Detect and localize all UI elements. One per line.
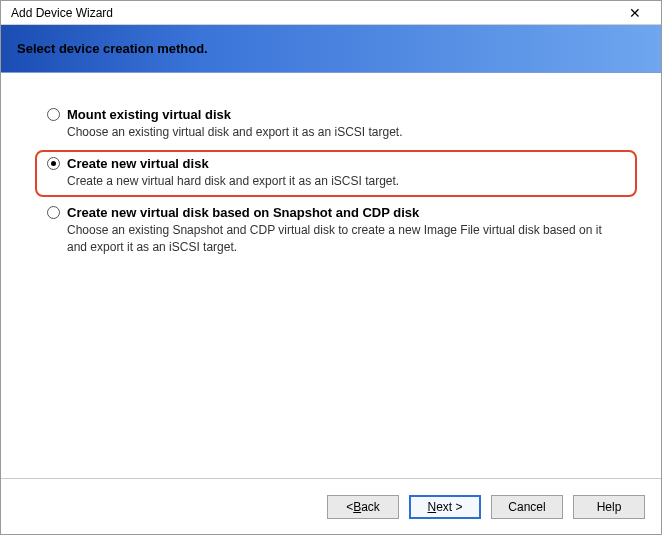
back-mnemonic: B: [353, 500, 361, 514]
option-desc: Create a new virtual hard disk and expor…: [67, 173, 625, 189]
close-icon[interactable]: ✕: [615, 1, 655, 25]
titlebar: Add Device Wizard ✕: [1, 1, 661, 25]
back-button[interactable]: < Back: [327, 495, 399, 519]
next-mnemonic: N: [427, 500, 436, 514]
wizard-window: Add Device Wizard ✕ Select device creati…: [0, 0, 662, 535]
option-create-new[interactable]: Create new virtual disk Create a new vir…: [35, 150, 637, 197]
option-title: Create new virtual disk based on Snapsho…: [67, 205, 625, 220]
option-title: Create new virtual disk: [67, 156, 625, 171]
banner-heading: Select device creation method.: [17, 41, 208, 56]
option-mount-existing[interactable]: Mount existing virtual disk Choose an ex…: [35, 101, 637, 148]
option-title: Mount existing virtual disk: [67, 107, 625, 122]
option-desc: Choose an existing virtual disk and expo…: [67, 124, 625, 140]
radio-icon[interactable]: [47, 108, 60, 121]
help-button[interactable]: Help: [573, 495, 645, 519]
next-suffix: ext >: [436, 500, 462, 514]
cancel-button[interactable]: Cancel: [491, 495, 563, 519]
radio-icon[interactable]: [47, 206, 60, 219]
option-snapshot-cdp[interactable]: Create new virtual disk based on Snapsho…: [35, 199, 637, 262]
wizard-banner: Select device creation method.: [1, 25, 661, 73]
wizard-content: Mount existing virtual disk Choose an ex…: [1, 73, 661, 478]
window-title: Add Device Wizard: [11, 6, 615, 20]
option-desc: Choose an existing Snapshot and CDP virt…: [67, 222, 625, 254]
next-button[interactable]: Next >: [409, 495, 481, 519]
radio-icon[interactable]: [47, 157, 60, 170]
back-prefix: <: [346, 500, 353, 514]
wizard-footer: < Back Next > Cancel Help: [1, 478, 661, 534]
back-suffix: ack: [361, 500, 380, 514]
